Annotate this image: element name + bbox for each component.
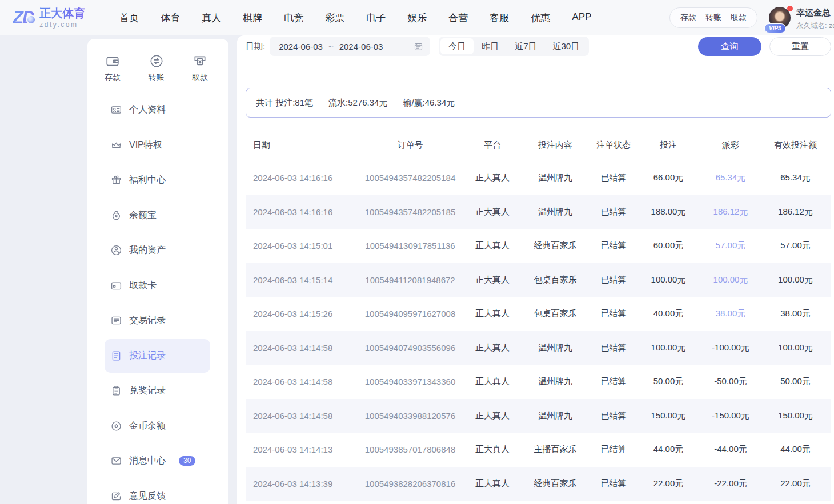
sidebar-item-6[interactable]: 交易记录 xyxy=(87,303,228,338)
date-filter-label: 日期: xyxy=(246,41,265,52)
nav-item-11[interactable]: APP xyxy=(572,11,591,25)
table-row[interactable]: 2024-06-03 14:15:141005494112081948672正大… xyxy=(246,263,831,297)
sidebar-item-label: 投注记录 xyxy=(129,350,166,362)
quick-action-withdraw[interactable]: 取款 xyxy=(192,54,208,83)
cell-valid: 100.00元 xyxy=(760,275,831,285)
gift-icon xyxy=(110,174,122,186)
summary-bar: 共计 投注:81笔 流水:5276.34元 输/赢:46.34元 xyxy=(246,88,831,118)
user-meta: 幸运金总 永久域名: zdty.com xyxy=(796,7,834,31)
user-info[interactable]: VIP3 幸运金总 永久域名: zdty.com xyxy=(769,5,834,31)
cell-date: 2024-06-03 14:13:39 xyxy=(246,479,354,489)
sidebar-item-10[interactable]: 消息中心30 xyxy=(87,443,228,479)
table-row[interactable]: 2024-06-03 14:15:011005494130917851136正大… xyxy=(246,229,831,263)
cell-status: 已结算 xyxy=(592,207,635,217)
nav-item-4[interactable]: 电竞 xyxy=(284,11,303,25)
cell-payout: -50.00元 xyxy=(701,376,760,387)
table-row[interactable]: 2024-06-03 14:16:161005494357482205185正大… xyxy=(246,195,831,229)
sidebar-item-5[interactable]: 取款卡 xyxy=(87,268,228,304)
range-option-2[interactable]: 近7日 xyxy=(507,38,544,54)
nav-item-5[interactable]: 彩票 xyxy=(325,11,344,25)
brand-domain: zdty.com xyxy=(39,21,85,29)
sidebar-item-2[interactable]: 福利中心 xyxy=(87,163,228,198)
cell-payout: -22.00元 xyxy=(701,478,760,489)
cell-content: 温州牌九 xyxy=(519,376,592,387)
sidebar-item-3[interactable]: 余额宝 xyxy=(87,198,228,233)
nav-item-10[interactable]: 优惠 xyxy=(531,11,550,25)
cell-platform: 正大真人 xyxy=(466,172,519,183)
sidebar-item-9[interactable]: 金币余额 xyxy=(87,409,228,444)
table-row[interactable]: 2024-06-03 14:14:581005494033971343360正大… xyxy=(246,365,831,399)
quick-action-label: 转账 xyxy=(149,72,165,83)
assets-icon xyxy=(110,244,122,256)
cell-platform: 正大真人 xyxy=(466,275,519,285)
sidebar-item-label: 余额宝 xyxy=(129,209,157,221)
sidebar-item-label: 意见反馈 xyxy=(129,490,166,502)
sidebar-item-1[interactable]: VIP特权 xyxy=(87,128,228,163)
table-row[interactable]: 2024-06-03 14:14:581005494033988120576正大… xyxy=(246,399,831,433)
sidebar-quick-actions: 存款转账取款 xyxy=(87,39,228,83)
cell-valid: 22.00元 xyxy=(760,478,831,489)
table-header: 日期订单号平台投注内容注单状态投注派彩有效投注额 xyxy=(246,130,831,161)
range-option-1[interactable]: 昨日 xyxy=(474,38,507,54)
quick-action-label: 取款 xyxy=(192,72,208,83)
range-option-3[interactable]: 近30日 xyxy=(545,38,588,54)
calendar-icon[interactable] xyxy=(414,42,423,51)
sidebar-item-8[interactable]: 兑奖记录 xyxy=(87,373,228,409)
sidebar-item-label: 金币余额 xyxy=(129,420,166,432)
cell-bet: 22.00元 xyxy=(635,478,701,489)
sidebar-item-11[interactable]: 意见反馈 xyxy=(87,479,228,504)
cell-content: 温州牌九 xyxy=(519,410,592,421)
nav-item-8[interactable]: 合营 xyxy=(448,11,468,25)
table-row[interactable]: 2024-06-03 14:13:391005493828206370816正大… xyxy=(246,467,831,501)
sidebar-item-label: 福利中心 xyxy=(129,174,166,186)
nav-item-9[interactable]: 客服 xyxy=(490,11,509,25)
quick-action-label: 存款 xyxy=(105,72,121,83)
range-option-0[interactable]: 今日 xyxy=(440,38,474,54)
cell-valid: 57.00元 xyxy=(760,240,831,251)
table-row[interactable]: 2024-06-03 14:14:131005493857017806848正大… xyxy=(246,433,831,467)
nav-item-0[interactable]: 首页 xyxy=(119,11,139,25)
cell-valid: 38.00元 xyxy=(760,308,831,319)
quick-action-transfer[interactable]: 转账 xyxy=(149,54,165,83)
quick-link-0[interactable]: 存款 xyxy=(680,13,696,23)
nav-item-1[interactable]: 体育 xyxy=(161,11,180,25)
sidebar-item-label: 个人资料 xyxy=(129,104,166,116)
cell-bet: 60.00元 xyxy=(635,240,701,251)
username: 幸运金总 xyxy=(796,7,834,18)
sidebar-item-0[interactable]: 个人资料 xyxy=(87,92,228,128)
date-range-input[interactable]: 2024-06-03 ~ 2024-06-03 xyxy=(270,37,430,56)
mail-icon xyxy=(110,455,122,467)
vip-badge: VIP3 xyxy=(764,23,786,33)
cell-platform: 正大真人 xyxy=(466,240,519,251)
reset-button[interactable]: 重置 xyxy=(769,37,831,56)
quick-link-1[interactable]: 转账 xyxy=(705,13,721,23)
cell-order: 1005494130917851136 xyxy=(354,241,466,251)
id-card-icon xyxy=(110,104,122,116)
query-button[interactable]: 查询 xyxy=(698,37,761,56)
sidebar-item-4[interactable]: 我的资产 xyxy=(87,233,228,268)
coin-icon xyxy=(110,420,122,432)
quick-link-2[interactable]: 取款 xyxy=(731,13,747,23)
sidebar-item-7[interactable]: 投注记录 xyxy=(105,339,210,373)
nav-item-2[interactable]: 真人 xyxy=(202,11,221,25)
cell-bet: 100.00元 xyxy=(635,275,701,285)
sidebar-item-label: 消息中心 xyxy=(129,455,166,467)
nav-item-6[interactable]: 电子 xyxy=(366,11,386,25)
table-row[interactable]: 2024-06-03 14:16:161005494357482205184正大… xyxy=(246,161,831,195)
nav-item-3[interactable]: 棋牌 xyxy=(243,11,262,25)
transactions-icon xyxy=(110,315,122,326)
cell-content: 包桌百家乐 xyxy=(519,275,592,285)
quick-action-wallet[interactable]: 存款 xyxy=(105,54,121,83)
wallet-icon xyxy=(105,54,120,68)
cell-status: 已结算 xyxy=(592,342,635,353)
summary-winloss: 输/赢:46.34元 xyxy=(403,98,455,108)
summary-turnover: 流水:5276.34元 xyxy=(328,98,387,108)
cell-order: 1005494357482205184 xyxy=(354,173,466,183)
top-right: 存款转账取款 VIP3 幸运金总 永久域名: zdty.com xyxy=(669,5,834,31)
table-row[interactable]: 2024-06-03 14:15:261005494095971627008正大… xyxy=(246,297,831,331)
cell-content: 经典百家乐 xyxy=(519,478,592,489)
table-row[interactable]: 2024-06-03 14:14:581005494074903556096正大… xyxy=(246,331,831,365)
nav-item-7[interactable]: 娱乐 xyxy=(407,11,427,25)
cell-date: 2024-06-03 14:15:14 xyxy=(246,275,354,285)
brand[interactable]: ZD 正大体育 zdty.com xyxy=(13,7,85,29)
